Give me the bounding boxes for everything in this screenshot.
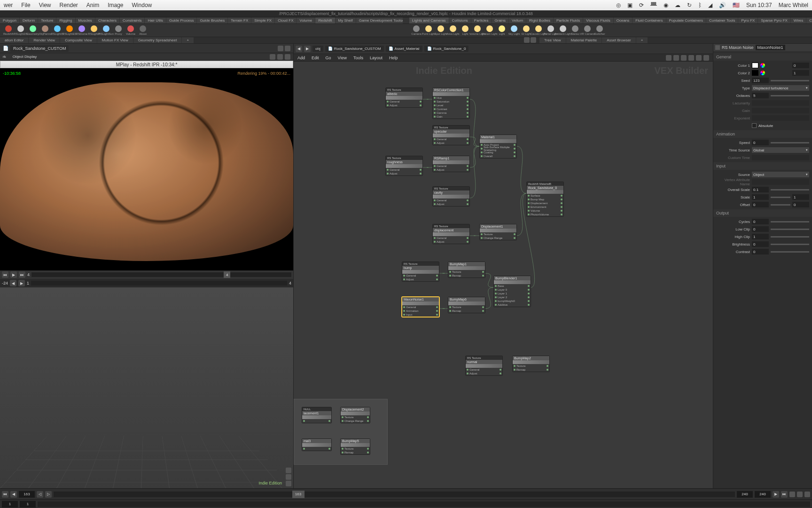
shelf-tool[interactable]: Geometry — [27, 25, 39, 36]
shelf-tab[interactable]: Wires — [791, 17, 806, 24]
shelf-tab[interactable]: Redshift — [315, 17, 335, 24]
node-bump[interactable]: RS TexturebumpGeneralAdjust — [402, 262, 439, 282]
statusbar-icon[interactable]: ↻ — [687, 2, 692, 8]
node-disp1[interactable]: Displacement1TextureChange Range — [479, 224, 517, 240]
param-value[interactable]: 5 — [752, 93, 769, 98]
gear-icon[interactable] — [285, 46, 290, 51]
param-value[interactable]: 1 — [752, 194, 769, 200]
color-swatch[interactable] — [752, 70, 758, 76]
pane-tab[interactable]: Tree View — [539, 37, 566, 43]
param-value[interactable]: 0 — [752, 202, 769, 207]
param-value[interactable]: 0.1 — [752, 187, 769, 192]
statusbar-icon[interactable]: ᚙ — [650, 2, 657, 8]
color-picker-icon[interactable] — [760, 63, 765, 68]
param-slider[interactable] — [771, 197, 790, 198]
shelf-tab[interactable]: Simple FX — [251, 17, 274, 24]
param-section-header[interactable]: Input — [713, 162, 812, 170]
wifi-icon[interactable]: ◢ — [708, 2, 712, 8]
shelf-tool[interactable]: RSLightSun — [101, 25, 112, 36]
shelf-tab[interactable]: Constraints — [120, 17, 144, 24]
shelf-tab[interactable]: Viscous Fluids — [583, 17, 613, 24]
param-value[interactable]: 0 — [752, 219, 769, 224]
param-value[interactable] — [752, 115, 809, 121]
statusbar-icon[interactable]: ◉ — [664, 2, 668, 8]
param-value[interactable] — [752, 108, 809, 113]
shelf-tab[interactable]: Vellum — [509, 17, 526, 24]
range-track[interactable] — [38, 501, 810, 507]
shelf-tool[interactable]: Distant Light — [484, 25, 495, 36]
shelf-tab[interactable]: Particle Fluids — [554, 17, 583, 24]
param-slider[interactable] — [771, 142, 809, 143]
mplay-range-track[interactable] — [31, 281, 287, 286]
node-bm6[interactable]: BumpMap6TextureRemap — [448, 297, 485, 313]
shelf-tool[interactable]: RSLightP — [88, 25, 100, 36]
tl-step-back[interactable]: ◁ — [37, 491, 43, 498]
range-start[interactable]: 1 — [20, 501, 36, 508]
pane-tab[interactable]: Render View — [29, 37, 60, 43]
menu-render[interactable]: Render — [59, 2, 78, 8]
shelf-tool[interactable]: Stereo — [570, 25, 581, 36]
param-slider[interactable] — [771, 229, 809, 230]
shelf-tab[interactable]: Cloud FX — [275, 17, 296, 24]
node-ramp[interactable]: RSRamp1GeneralAdjust — [432, 156, 470, 172]
pane-tab[interactable]: Asset Browser — [602, 37, 636, 43]
shelf-tool[interactable]: Volume — [125, 25, 136, 36]
shelf-tab[interactable]: Oceans — [614, 17, 632, 24]
volume-icon[interactable]: 🔊 — [719, 2, 726, 8]
user-name[interactable]: Marc Whitel — [779, 2, 808, 8]
timeline-playhead[interactable]: 163 — [292, 491, 304, 498]
menu-file[interactable]: File — [21, 2, 30, 8]
param-value2[interactable]: 1 — [792, 194, 809, 200]
net-icon[interactable] — [696, 55, 702, 61]
node-name-field[interactable]: MaxonNoise1 — [756, 45, 785, 50]
net-menu-view[interactable]: View — [338, 56, 347, 60]
shelf-tab[interactable]: Collisions — [449, 17, 471, 24]
shelf-tab[interactable]: Fluid Containers — [632, 17, 665, 24]
viewport-info-icon[interactable] — [286, 468, 291, 473]
node-albedo[interactable]: RS TexturealbedoGeneralAdjust — [385, 87, 423, 108]
shelf-tab[interactable]: Guide Process — [166, 17, 196, 24]
help-icon[interactable] — [277, 54, 283, 60]
param-slider[interactable] — [771, 221, 809, 222]
pane-tab[interactable]: ation Editor — [0, 37, 28, 43]
node-mal3[interactable]: mal3 — [302, 438, 332, 451]
mplay-titlebar[interactable]: MPlay - Redshift IPR -10:34:* — [0, 61, 293, 68]
tl-opt-icon[interactable] — [797, 492, 803, 497]
node-specular[interactable]: RS TexturespecularGeneralAdjust — [432, 125, 470, 145]
param-dropdown[interactable]: Global — [752, 147, 809, 153]
shelf-tab[interactable]: Characters — [95, 17, 119, 24]
tl-opt-icon[interactable] — [804, 492, 810, 497]
network-overview-panel[interactable]: NULLlacement1Displacement2TextureChange … — [294, 399, 388, 465]
frame-marker[interactable]: 4 — [224, 271, 230, 278]
param-slider[interactable] — [771, 189, 809, 190]
shelf-tab[interactable]: Polygon — [0, 17, 19, 24]
menu-icon[interactable] — [285, 54, 290, 60]
tl-step-fwd[interactable]: ▷ — [45, 491, 52, 498]
pane-icon[interactable] — [524, 37, 530, 43]
net-icon[interactable] — [681, 55, 687, 61]
node-normal[interactable]: RS TexturenormalGeneralAdjust — [465, 356, 503, 376]
shelf-tab[interactable]: Populate Containers — [666, 17, 706, 24]
menu-view[interactable]: View — [39, 2, 51, 8]
shelf-tool[interactable]: Sky Light — [508, 25, 520, 36]
search-icon[interactable] — [270, 54, 275, 60]
net-menu-tools[interactable]: Tools — [353, 56, 363, 60]
node-cavity[interactable]: RS TexturecavityGeneralAdjust — [432, 186, 470, 206]
shelf-tab[interactable]: Grains — [492, 17, 509, 24]
shelf-tool[interactable]: Light — [496, 25, 508, 36]
path-custom[interactable]: 📄 Rock_Sandstone_CUSTOM — [325, 46, 384, 52]
shelf-tab[interactable]: Texture — [38, 17, 56, 24]
param-section-header[interactable]: Output — [713, 209, 812, 217]
app-menu[interactable]: wer — [4, 2, 13, 8]
bluetooth-icon[interactable]: ᛒ — [698, 2, 702, 8]
shelf-tool[interactable]: Redshift — [3, 25, 14, 36]
tab-object-display[interactable]: Object Display — [13, 55, 37, 59]
shelf-tool[interactable]: Camera — [411, 25, 422, 36]
param-slider[interactable] — [771, 251, 809, 253]
shelf-tab[interactable]: Lights and Cameras — [409, 17, 449, 24]
flag-icon[interactable]: 🇺🇸 — [733, 2, 740, 8]
net-icon[interactable] — [666, 55, 671, 61]
param-checkbox[interactable] — [752, 123, 757, 128]
tl-last-button[interactable]: ⏭ — [781, 491, 788, 498]
shelf-tab[interactable]: Rigid Bodies — [526, 17, 553, 24]
